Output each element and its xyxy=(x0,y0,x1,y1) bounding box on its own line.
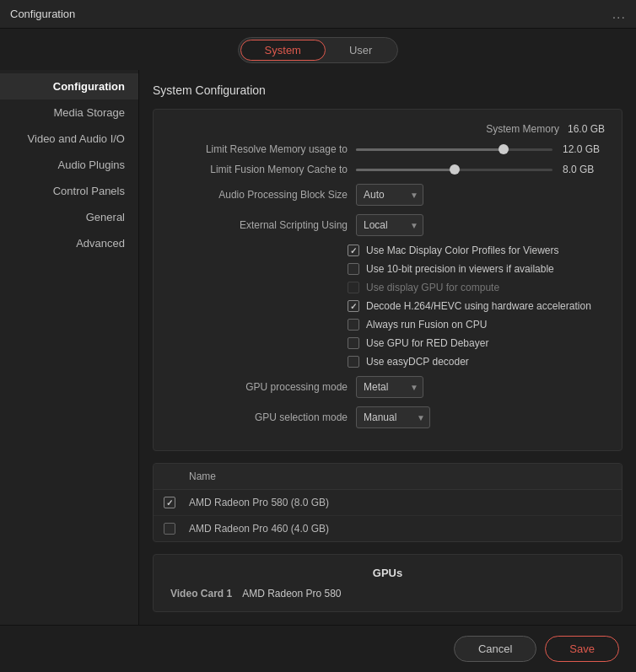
external-scripting-select-wrapper: Local Network ▼ xyxy=(356,214,423,236)
checkbox-gpu-red-wrapper[interactable]: Use GPU for RED Debayer xyxy=(348,337,488,349)
checkbox-row-mac-display: Use Mac Display Color Profiles for Viewe… xyxy=(170,245,605,256)
checkbox-display-gpu xyxy=(348,282,359,293)
audio-block-row: Audio Processing Block Size Auto 512 102… xyxy=(170,184,605,206)
gpu-processing-select-wrapper: Metal OpenCL CUDA ▼ xyxy=(356,376,423,398)
gpu-table-header: Name xyxy=(154,464,622,490)
gpu-selection-row: GPU selection mode Manual Automatic ▼ xyxy=(170,406,605,428)
checkbox-fusion-cpu-wrapper[interactable]: Always run Fusion on CPU xyxy=(348,319,487,331)
resolve-memory-slider-container: 12.0 GB xyxy=(356,143,605,155)
content-area: System Configuration System Memory 16.0 … xyxy=(139,70,636,625)
sidebar-item-media-storage[interactable]: Media Storage xyxy=(0,99,138,126)
gpu-table-name-1: AMD Radeon Pro 460 (4.0 GB) xyxy=(189,523,329,535)
cancel-button[interactable]: Cancel xyxy=(454,636,536,662)
save-button[interactable]: Save xyxy=(545,636,619,662)
audio-block-label: Audio Processing Block Size xyxy=(170,189,356,201)
fusion-memory-value: 8.0 GB xyxy=(563,164,605,175)
gpu-selection-select[interactable]: Manual Automatic xyxy=(356,406,430,428)
checkbox-display-gpu-label: Use display GPU for compute xyxy=(366,282,499,293)
resolve-memory-track xyxy=(356,148,552,151)
sidebar-item-audio-plugins[interactable]: Audio Plugins xyxy=(0,152,138,178)
gpu-table-check-1[interactable] xyxy=(164,523,189,535)
checkbox-gpu-red-label: Use GPU for RED Debayer xyxy=(366,337,488,349)
checkbox-decode-h264-label: Decode H.264/HEVC using hardware acceler… xyxy=(366,300,591,312)
audio-block-select-wrapper: Auto 512 1024 2048 ▼ xyxy=(356,184,423,206)
main-content: Configuration Media Storage Video and Au… xyxy=(0,70,636,625)
fusion-memory-fill xyxy=(356,169,455,171)
checkbox-row-fusion-cpu: Always run Fusion on CPU xyxy=(170,319,605,331)
section-title: System Configuration xyxy=(153,83,623,97)
checkboxes-container: Use Mac Display Color Profiles for Viewe… xyxy=(170,245,605,368)
tab-bar: System User xyxy=(0,29,636,70)
checkbox-easydcp-wrapper[interactable]: Use easyDCP decoder xyxy=(348,356,469,368)
tab-group: System User xyxy=(238,37,399,63)
gpu-selection-label: GPU selection mode xyxy=(170,411,356,423)
resolve-memory-thumb[interactable] xyxy=(499,144,509,154)
sidebar-item-control-panels[interactable]: Control Panels xyxy=(0,178,138,204)
checkbox-row-decode-h264: Decode H.264/HEVC using hardware acceler… xyxy=(170,300,605,312)
fusion-memory-slider-container: 8.0 GB xyxy=(356,164,605,175)
gpu-table-panel: Name AMD Radeon Pro 580 (8.0 GB) AMD Rad… xyxy=(153,463,623,542)
gpu-table-check-0[interactable] xyxy=(164,497,189,508)
gpu-table-name-0: AMD Radeon Pro 580 (8.0 GB) xyxy=(189,497,329,508)
gpu-table-name-header: Name xyxy=(189,470,216,482)
fusion-memory-row: Limit Fusion Memory Cache to 8.0 GB xyxy=(170,164,605,175)
checkbox-row-display-gpu: Use display GPU for compute xyxy=(170,282,605,293)
external-scripting-row: External Scripting Using Local Network ▼ xyxy=(170,214,605,236)
checkbox-display-gpu-wrapper: Use display GPU for compute xyxy=(348,282,499,293)
fusion-memory-label: Limit Fusion Memory Cache to xyxy=(170,164,356,175)
gpus-video-card-value: AMD Radeon Pro 580 xyxy=(242,588,341,599)
sidebar-item-video-audio-io[interactable]: Video and Audio I/O xyxy=(0,126,138,152)
external-scripting-select[interactable]: Local Network xyxy=(356,214,423,236)
audio-block-select[interactable]: Auto 512 1024 2048 xyxy=(356,184,423,206)
gpu-processing-row: GPU processing mode Metal OpenCL CUDA ▼ xyxy=(170,376,605,398)
tab-user[interactable]: User xyxy=(326,40,396,61)
bottom-bar: Cancel Save xyxy=(0,625,636,672)
settings-panel: System Memory 16.0 GB Limit Resolve Memo… xyxy=(153,109,623,451)
gpu-selection-select-wrapper: Manual Automatic ▼ xyxy=(356,406,430,428)
checkbox-row-easydcp: Use easyDCP decoder xyxy=(170,356,605,368)
checkbox-10bit-wrapper[interactable]: Use 10-bit precision in viewers if avail… xyxy=(348,263,554,275)
checkbox-decode-h264[interactable] xyxy=(348,300,359,312)
sidebar-item-advanced[interactable]: Advanced xyxy=(0,230,138,256)
checkbox-mac-display[interactable] xyxy=(348,245,359,256)
checkbox-mac-display-label: Use Mac Display Color Profiles for Viewe… xyxy=(366,245,559,256)
gpus-video-card-label: Video Card 1 xyxy=(170,588,232,599)
checkbox-row-gpu-red: Use GPU for RED Debayer xyxy=(170,337,605,349)
checkbox-fusion-cpu[interactable] xyxy=(348,319,359,331)
resolve-memory-fill xyxy=(356,148,504,151)
window: Configuration ... System User Configurat… xyxy=(0,0,636,672)
fusion-memory-thumb[interactable] xyxy=(450,164,460,175)
sidebar-item-general[interactable]: General xyxy=(0,204,138,230)
resolve-memory-row: Limit Resolve Memory usage to 12.0 GB xyxy=(170,143,605,155)
window-title: Configuration xyxy=(10,8,75,20)
checkbox-easydcp-label: Use easyDCP decoder xyxy=(366,356,469,368)
checkbox-decode-h264-wrapper[interactable]: Decode H.264/HEVC using hardware acceler… xyxy=(348,300,591,312)
checkbox-mac-display-wrapper[interactable]: Use Mac Display Color Profiles for Viewe… xyxy=(348,245,559,256)
tab-system[interactable]: System xyxy=(240,40,326,61)
system-memory-row: System Memory 16.0 GB xyxy=(170,123,605,135)
title-bar: Configuration ... xyxy=(0,0,636,29)
sidebar: Configuration Media Storage Video and Au… xyxy=(0,70,139,625)
fusion-memory-track xyxy=(356,169,552,171)
external-scripting-label: External Scripting Using xyxy=(170,219,356,231)
gpu-checkbox-1[interactable] xyxy=(164,523,175,535)
title-bar-menu[interactable]: ... xyxy=(612,7,626,22)
checkbox-10bit[interactable] xyxy=(348,263,359,275)
gpu-processing-label: GPU processing mode xyxy=(170,381,356,393)
resolve-memory-value: 12.0 GB xyxy=(563,143,605,155)
gpu-processing-select[interactable]: Metal OpenCL CUDA xyxy=(356,376,423,398)
gpu-table-row-0[interactable]: AMD Radeon Pro 580 (8.0 GB) xyxy=(154,490,622,516)
checkbox-fusion-cpu-label: Always run Fusion on CPU xyxy=(366,319,487,331)
checkbox-10bit-label: Use 10-bit precision in viewers if avail… xyxy=(366,263,554,275)
checkbox-easydcp[interactable] xyxy=(348,356,359,368)
gpu-checkbox-0[interactable] xyxy=(164,497,175,508)
checkbox-gpu-red[interactable] xyxy=(348,337,359,349)
gpu-table-row-1[interactable]: AMD Radeon Pro 460 (4.0 GB) xyxy=(154,516,622,541)
sidebar-item-configuration[interactable]: Configuration xyxy=(0,73,138,99)
system-memory-label: System Memory xyxy=(486,123,559,135)
gpus-panel-title: GPUs xyxy=(170,567,605,579)
system-memory-value: 16.0 GB xyxy=(568,123,605,135)
gpus-panel: GPUs Video Card 1 AMD Radeon Pro 580 xyxy=(153,554,623,612)
resolve-memory-label: Limit Resolve Memory usage to xyxy=(170,143,356,155)
gpus-video-card-row: Video Card 1 AMD Radeon Pro 580 xyxy=(170,588,605,599)
